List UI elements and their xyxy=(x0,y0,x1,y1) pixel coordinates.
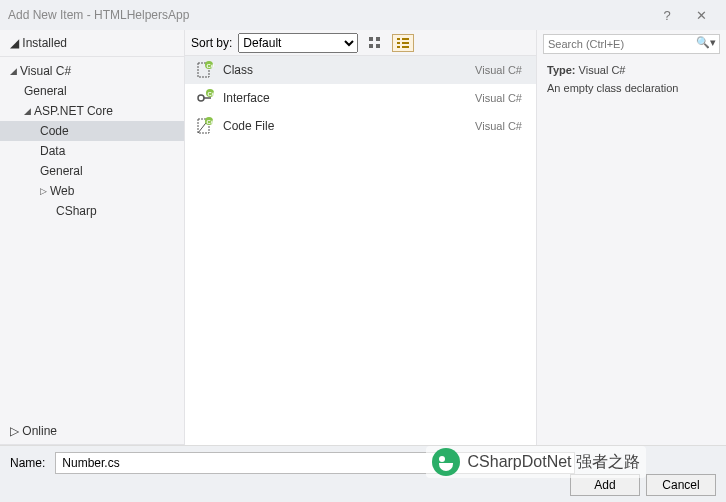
cancel-button[interactable]: Cancel xyxy=(646,474,716,496)
tree-node-general[interactable]: General xyxy=(0,81,184,101)
tree-node-code[interactable]: Code xyxy=(0,121,184,141)
details-panel: 🔍▾ Type: Visual C# An empty class declar… xyxy=(536,30,726,445)
tree-node-visualcsharp[interactable]: ◢ Visual C# xyxy=(0,61,184,81)
tree-node-web[interactable]: ▷ Web xyxy=(0,181,184,201)
caret-down-icon: ◢ xyxy=(10,66,20,76)
template-tree: ◢ Visual C# General ◢ ASP.NET Core Code … xyxy=(0,57,184,418)
caret-down-icon: ◢ xyxy=(10,36,19,50)
svg-rect-5 xyxy=(402,38,409,40)
svg-point-13 xyxy=(198,95,204,101)
tree-node-aspnetcore[interactable]: ◢ ASP.NET Core xyxy=(0,101,184,121)
list-item[interactable]: C# Code File Visual C# xyxy=(185,112,536,140)
center-panel: Sort by: Default C# Class Visual C# C# xyxy=(185,30,536,445)
search-box: 🔍▾ xyxy=(543,34,720,54)
help-button[interactable]: ? xyxy=(650,8,684,23)
sidebar-section-online[interactable]: ▷ Online xyxy=(0,418,184,445)
template-list: C# Class Visual C# C# Interface Visual C… xyxy=(185,56,536,445)
window-title: Add New Item - HTMLHelpersApp xyxy=(8,8,189,22)
description: An empty class declaration xyxy=(547,82,716,94)
svg-rect-7 xyxy=(402,42,409,44)
sidebar-section-installed[interactable]: ◢ Installed xyxy=(0,30,184,57)
grid-icon xyxy=(368,36,382,50)
list-item[interactable]: C# Interface Visual C# xyxy=(185,84,536,112)
sidebar: ◢ Installed ◢ Visual C# General ◢ ASP.NE… xyxy=(0,30,185,445)
caret-right-icon: ▷ xyxy=(10,424,19,438)
codefile-icon: C# xyxy=(193,117,217,135)
svg-rect-9 xyxy=(402,46,409,48)
title-bar: Add New Item - HTMLHelpersApp ? ✕ xyxy=(0,0,726,30)
type-row: Type: Visual C# xyxy=(547,64,716,76)
svg-rect-1 xyxy=(376,37,380,41)
tree-node-data[interactable]: Data xyxy=(0,141,184,161)
search-icon[interactable]: 🔍▾ xyxy=(696,36,716,49)
list-item[interactable]: C# Class Visual C# xyxy=(185,56,536,84)
caret-right-icon: ▷ xyxy=(40,186,50,196)
name-label: Name: xyxy=(10,456,45,470)
search-input[interactable] xyxy=(543,34,720,54)
name-input[interactable] xyxy=(55,452,575,474)
tree-node-csharp[interactable]: CSharp xyxy=(0,201,184,221)
svg-text:C#: C# xyxy=(207,63,215,69)
add-button[interactable]: Add xyxy=(570,474,640,496)
view-list-button[interactable] xyxy=(392,34,414,52)
svg-rect-8 xyxy=(397,46,400,48)
svg-text:C#: C# xyxy=(208,91,215,97)
svg-rect-6 xyxy=(397,42,400,44)
svg-rect-0 xyxy=(369,37,373,41)
sortby-label: Sort by: xyxy=(191,36,232,50)
class-icon: C# xyxy=(193,61,217,79)
svg-rect-4 xyxy=(397,38,400,40)
svg-text:C#: C# xyxy=(207,119,215,125)
list-icon xyxy=(396,36,410,50)
toolbar: Sort by: Default xyxy=(185,30,536,56)
svg-rect-3 xyxy=(376,44,380,48)
svg-rect-2 xyxy=(369,44,373,48)
tree-node-general2[interactable]: General xyxy=(0,161,184,181)
caret-down-icon: ◢ xyxy=(24,106,34,116)
view-small-icons-button[interactable] xyxy=(364,34,386,52)
footer: Name: Add Cancel xyxy=(0,445,726,502)
interface-icon: C# xyxy=(193,89,217,107)
close-button[interactable]: ✕ xyxy=(684,8,718,23)
sortby-select[interactable]: Default xyxy=(238,33,358,53)
